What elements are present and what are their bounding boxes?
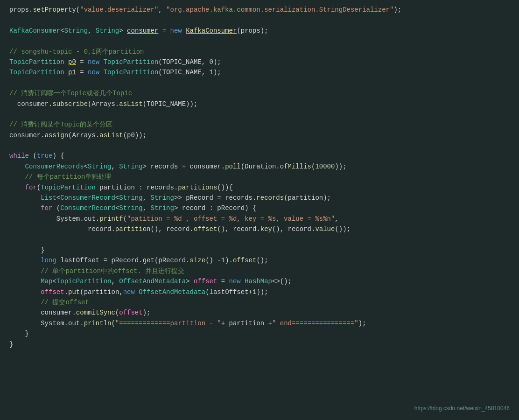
code-text: consumer. [9,308,76,318]
code-text [135,287,139,297]
code-line-blank [9,15,519,25]
code-text: 1 [252,287,256,297]
code-line-1: props.setProperty("value.deserializer", … [9,5,519,15]
code-text: record. [9,224,115,234]
code-text: < [115,193,119,203]
code-text: = [158,26,170,36]
code-text: (Arrays. [88,99,119,109]
code-text: TopicPartition [56,276,112,287]
code-line-blank [9,235,519,245]
code-text: ConsumerRecord [60,203,115,213]
code-text: ); [213,57,221,67]
code-text: p0 [68,57,76,67]
code-text: new [123,287,135,297]
code-text: , [143,193,151,203]
code-line-blank [9,78,519,88]
code-text: } [9,245,45,255]
code-text: > records = consumer. [143,161,225,172]
code-text: () - [205,255,221,266]
code-text: value [315,224,335,234]
watermark: https://blog.csdn.net/weixin_45810046 [414,404,510,413]
code-text: System.out. [9,318,84,329]
code-line-19: List<ConsumerRecord<String, String>> pRe… [9,193,519,203]
code-text: new [88,67,99,77]
code-text: (), record. [150,224,193,234]
code-text: "org.apache.kafka.common.serialization.S… [166,5,393,15]
code-text: // 消费订阅某个Topic的某个分区 [9,119,112,130]
code-text: TopicPartition [41,182,96,193]
code-text: size [190,255,206,266]
code-line-13: consumer.assign(Arrays.asList(p0)); [9,130,519,140]
code-text: new [88,57,99,67]
code-text: (partition); [284,193,331,203]
code-line-29: // 提交offset [9,297,519,308]
code-text: asList [119,99,142,109]
code-text: (TOPIC_NAME, [158,67,209,77]
code-text: // 每个partition单独处理 [25,172,112,182]
code-text: ( [311,161,315,172]
code-text: consumer. [9,130,45,140]
code-text [64,57,68,67]
code-text [9,266,41,276]
code-text: < [52,276,56,287]
code-text: HashMap [245,276,272,287]
code-text: = [76,67,88,77]
code-text: ( [123,214,127,224]
code-text [64,67,68,77]
code-text: records [256,193,284,203]
code-text: TopicPartition [104,57,159,67]
code-line-15: while (true) { [9,151,519,161]
code-text: printf [99,214,123,224]
code-text: for [41,203,52,213]
code-text: <>(); [272,276,292,287]
code-text: partitions [178,182,217,193]
code-text: (); [256,255,268,266]
code-text: new [170,26,182,36]
code-text [99,67,103,77]
code-text: < [60,26,64,36]
code-text: offset [119,308,142,318]
code-text: > record : pRecord) { [174,203,256,213]
code-line-24: } [9,245,519,255]
code-text: = [217,276,229,287]
code-text: setProperty [33,5,76,15]
code-text: // 消费订阅哪一个Topic或者几个Topic [9,88,132,98]
code-text: println [84,318,112,329]
code-text: (props); [237,26,268,36]
code-text: 10000 [315,161,335,172]
code-text: ofMillis [280,161,311,172]
code-text [9,193,41,203]
code-line-10: consumer.subscribe(Arrays.asList(TOPIC_N… [9,99,519,109]
code-text: > [119,26,127,36]
code-line-3: KafkaConsumer<String, String> consumer =… [9,26,519,36]
code-text: } [9,329,29,339]
code-text: < [84,161,88,172]
code-text: while [9,151,29,161]
code-text: . [64,287,68,297]
code-text: " end================" [272,318,358,329]
code-text: String [88,161,111,172]
code-line-33: } [9,339,519,350]
code-text: ); [358,318,366,329]
code-text: p1 [68,67,76,77]
code-text: ( [52,203,60,213]
code-text: props. [9,5,33,15]
code-text: )); [335,161,346,172]
code-text: partition [115,224,151,234]
code-text: System.out. [9,214,99,224]
code-text: String [119,203,142,213]
code-line-27: Map<TopicPartition, OffsetAndMetadata> o… [9,276,519,287]
code-text: 1 [210,67,213,77]
code-text: List [41,193,56,203]
code-text: get [143,255,154,266]
code-text: , [111,161,119,172]
code-text: , [143,203,151,213]
code-text: String [119,193,142,203]
code-text: asList [99,130,123,140]
code-text: partition : records. [96,182,178,193]
code-line-17: // 每个partition单独处理 [9,172,519,182]
code-line-7: TopicPartition p1 = new TopicPartition(T… [9,67,519,77]
code-text [9,172,25,182]
code-text: assign [45,130,68,140]
code-text [9,203,41,213]
